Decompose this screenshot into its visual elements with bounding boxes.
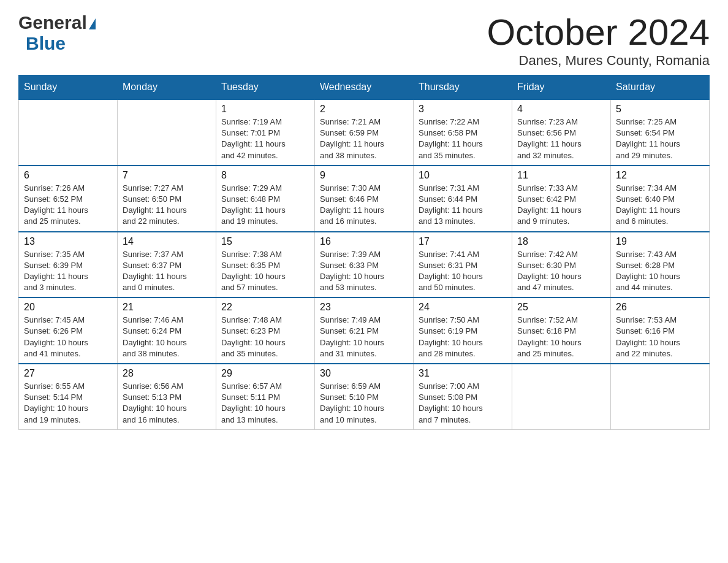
table-row bbox=[19, 99, 118, 166]
day-number: 2 bbox=[320, 104, 408, 115]
day-number: 5 bbox=[616, 104, 704, 115]
table-row: 31Sunrise: 7:00 AM Sunset: 5:08 PM Dayli… bbox=[414, 364, 512, 429]
calendar-week-row: 20Sunrise: 7:45 AM Sunset: 6:26 PM Dayli… bbox=[19, 297, 710, 364]
day-info: Sunrise: 7:41 AM Sunset: 6:31 PM Dayligh… bbox=[419, 249, 507, 294]
logo-triangle-icon bbox=[89, 18, 96, 29]
table-row: 2Sunrise: 7:21 AM Sunset: 6:59 PM Daylig… bbox=[315, 99, 414, 166]
day-info: Sunrise: 7:48 AM Sunset: 6:23 PM Dayligh… bbox=[221, 315, 309, 359]
location-title: Danes, Mures County, Romania bbox=[487, 53, 710, 69]
day-number: 1 bbox=[221, 104, 309, 115]
table-row: 6Sunrise: 7:26 AM Sunset: 6:52 PM Daylig… bbox=[19, 166, 118, 232]
calendar-week-row: 6Sunrise: 7:26 AM Sunset: 6:52 PM Daylig… bbox=[19, 166, 710, 232]
col-saturday: Saturday bbox=[611, 75, 710, 100]
day-number: 31 bbox=[419, 368, 507, 379]
table-row: 26Sunrise: 7:53 AM Sunset: 6:16 PM Dayli… bbox=[611, 297, 710, 364]
table-row: 18Sunrise: 7:42 AM Sunset: 6:30 PM Dayli… bbox=[512, 232, 611, 298]
table-row: 24Sunrise: 7:50 AM Sunset: 6:19 PM Dayli… bbox=[414, 297, 512, 364]
day-info: Sunrise: 7:42 AM Sunset: 6:30 PM Dayligh… bbox=[517, 249, 605, 294]
table-row: 9Sunrise: 7:30 AM Sunset: 6:46 PM Daylig… bbox=[315, 166, 414, 232]
day-info: Sunrise: 6:55 AM Sunset: 5:14 PM Dayligh… bbox=[24, 381, 112, 426]
calendar-week-row: 27Sunrise: 6:55 AM Sunset: 5:14 PM Dayli… bbox=[19, 364, 710, 429]
col-tuesday: Tuesday bbox=[216, 75, 315, 100]
day-number: 17 bbox=[419, 236, 507, 247]
day-number: 28 bbox=[123, 368, 211, 379]
day-number: 20 bbox=[24, 302, 112, 313]
table-row: 28Sunrise: 6:56 AM Sunset: 5:13 PM Dayli… bbox=[118, 364, 216, 429]
day-info: Sunrise: 7:22 AM Sunset: 6:58 PM Dayligh… bbox=[419, 117, 507, 161]
table-row: 5Sunrise: 7:25 AM Sunset: 6:54 PM Daylig… bbox=[611, 99, 710, 166]
day-info: Sunrise: 7:45 AM Sunset: 6:26 PM Dayligh… bbox=[24, 315, 112, 359]
day-info: Sunrise: 6:56 AM Sunset: 5:13 PM Dayligh… bbox=[123, 381, 211, 426]
table-row: 16Sunrise: 7:39 AM Sunset: 6:33 PM Dayli… bbox=[315, 232, 414, 298]
day-number: 10 bbox=[419, 170, 507, 181]
day-number: 18 bbox=[517, 236, 605, 247]
day-info: Sunrise: 7:37 AM Sunset: 6:37 PM Dayligh… bbox=[123, 249, 211, 294]
table-row bbox=[512, 364, 611, 429]
day-number: 24 bbox=[419, 302, 507, 313]
day-number: 7 bbox=[123, 170, 211, 181]
day-info: Sunrise: 7:52 AM Sunset: 6:18 PM Dayligh… bbox=[517, 315, 605, 359]
day-info: Sunrise: 7:46 AM Sunset: 6:24 PM Dayligh… bbox=[123, 315, 211, 359]
day-info: Sunrise: 7:38 AM Sunset: 6:35 PM Dayligh… bbox=[221, 249, 309, 294]
page-header: General Blue October 2024 Danes, Mures C… bbox=[18, 12, 710, 69]
calendar-week-row: 1Sunrise: 7:19 AM Sunset: 7:01 PM Daylig… bbox=[19, 99, 710, 166]
day-info: Sunrise: 7:35 AM Sunset: 6:39 PM Dayligh… bbox=[24, 249, 112, 294]
day-info: Sunrise: 7:23 AM Sunset: 6:56 PM Dayligh… bbox=[517, 117, 605, 161]
table-row: 14Sunrise: 7:37 AM Sunset: 6:37 PM Dayli… bbox=[118, 232, 216, 298]
logo-blue-text: Blue bbox=[26, 33, 66, 54]
table-row: 25Sunrise: 7:52 AM Sunset: 6:18 PM Dayli… bbox=[512, 297, 611, 364]
table-row: 21Sunrise: 7:46 AM Sunset: 6:24 PM Dayli… bbox=[118, 297, 216, 364]
table-row: 29Sunrise: 6:57 AM Sunset: 5:11 PM Dayli… bbox=[216, 364, 315, 429]
table-row: 4Sunrise: 7:23 AM Sunset: 6:56 PM Daylig… bbox=[512, 99, 611, 166]
day-number: 14 bbox=[123, 236, 211, 247]
day-number: 26 bbox=[616, 302, 704, 313]
day-number: 12 bbox=[616, 170, 704, 181]
calendar-header-row: Sunday Monday Tuesday Wednesday Thursday… bbox=[19, 75, 710, 100]
day-info: Sunrise: 7:31 AM Sunset: 6:44 PM Dayligh… bbox=[419, 183, 507, 228]
day-info: Sunrise: 7:25 AM Sunset: 6:54 PM Dayligh… bbox=[616, 117, 704, 161]
day-number: 16 bbox=[320, 236, 408, 247]
table-row: 15Sunrise: 7:38 AM Sunset: 6:35 PM Dayli… bbox=[216, 232, 315, 298]
day-info: Sunrise: 7:39 AM Sunset: 6:33 PM Dayligh… bbox=[320, 249, 408, 294]
day-info: Sunrise: 7:53 AM Sunset: 6:16 PM Dayligh… bbox=[616, 315, 704, 359]
table-row bbox=[118, 99, 216, 166]
table-row: 23Sunrise: 7:49 AM Sunset: 6:21 PM Dayli… bbox=[315, 297, 414, 364]
day-info: Sunrise: 7:29 AM Sunset: 6:48 PM Dayligh… bbox=[221, 183, 309, 228]
day-number: 22 bbox=[221, 302, 309, 313]
day-number: 27 bbox=[24, 368, 112, 379]
day-number: 11 bbox=[517, 170, 605, 181]
day-info: Sunrise: 7:27 AM Sunset: 6:50 PM Dayligh… bbox=[123, 183, 211, 228]
day-number: 25 bbox=[517, 302, 605, 313]
col-friday: Friday bbox=[512, 75, 611, 100]
day-number: 15 bbox=[221, 236, 309, 247]
day-info: Sunrise: 7:34 AM Sunset: 6:40 PM Dayligh… bbox=[616, 183, 704, 228]
day-info: Sunrise: 7:00 AM Sunset: 5:08 PM Dayligh… bbox=[419, 381, 507, 426]
col-wednesday: Wednesday bbox=[315, 75, 414, 100]
day-info: Sunrise: 6:59 AM Sunset: 5:10 PM Dayligh… bbox=[320, 381, 408, 426]
day-number: 9 bbox=[320, 170, 408, 181]
day-info: Sunrise: 7:30 AM Sunset: 6:46 PM Dayligh… bbox=[320, 183, 408, 228]
col-thursday: Thursday bbox=[414, 75, 512, 100]
day-number: 4 bbox=[517, 104, 605, 115]
day-number: 23 bbox=[320, 302, 408, 313]
table-row: 30Sunrise: 6:59 AM Sunset: 5:10 PM Dayli… bbox=[315, 364, 414, 429]
table-row: 13Sunrise: 7:35 AM Sunset: 6:39 PM Dayli… bbox=[19, 232, 118, 298]
day-number: 8 bbox=[221, 170, 309, 181]
day-info: Sunrise: 7:50 AM Sunset: 6:19 PM Dayligh… bbox=[419, 315, 507, 359]
table-row: 1Sunrise: 7:19 AM Sunset: 7:01 PM Daylig… bbox=[216, 99, 315, 166]
month-title: October 2024 bbox=[487, 12, 710, 53]
logo-general-text: General bbox=[18, 12, 87, 33]
day-info: Sunrise: 7:21 AM Sunset: 6:59 PM Dayligh… bbox=[320, 117, 408, 161]
day-info: Sunrise: 7:26 AM Sunset: 6:52 PM Dayligh… bbox=[24, 183, 112, 228]
table-row: 8Sunrise: 7:29 AM Sunset: 6:48 PM Daylig… bbox=[216, 166, 315, 232]
day-number: 29 bbox=[221, 368, 309, 379]
day-number: 19 bbox=[616, 236, 704, 247]
table-row: 11Sunrise: 7:33 AM Sunset: 6:42 PM Dayli… bbox=[512, 166, 611, 232]
table-row: 12Sunrise: 7:34 AM Sunset: 6:40 PM Dayli… bbox=[611, 166, 710, 232]
table-row: 17Sunrise: 7:41 AM Sunset: 6:31 PM Dayli… bbox=[414, 232, 512, 298]
table-row: 10Sunrise: 7:31 AM Sunset: 6:44 PM Dayli… bbox=[414, 166, 512, 232]
table-row bbox=[611, 364, 710, 429]
col-sunday: Sunday bbox=[19, 75, 118, 100]
day-info: Sunrise: 7:19 AM Sunset: 7:01 PM Dayligh… bbox=[221, 117, 309, 161]
table-row: 7Sunrise: 7:27 AM Sunset: 6:50 PM Daylig… bbox=[118, 166, 216, 232]
